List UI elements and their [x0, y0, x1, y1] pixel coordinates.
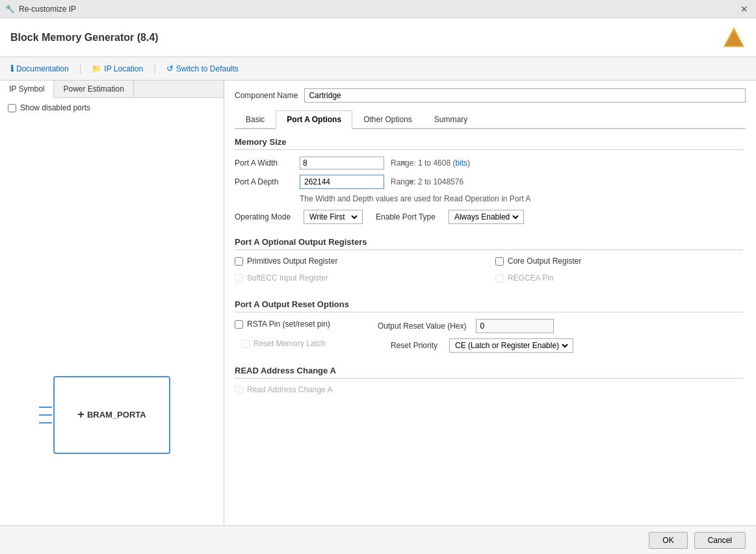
port-a-depth-label: Port A Depth [235, 177, 293, 186]
core-output-register-row: Core Output Register [495, 257, 743, 266]
ok-button[interactable]: OK [649, 532, 687, 549]
primitives-output-register-row: Primitives Output Register [235, 257, 482, 266]
title-bar-title: Re-customize IP [19, 5, 76, 14]
priority-row: Reset Memory Latch Reset Priority CE (La… [241, 338, 743, 353]
bram-plus-icon: + [77, 408, 85, 422]
tab-power-estimation[interactable]: Power Estimation [54, 81, 133, 97]
memory-size-section: Memory Size Port A Width ✕ Range: 1 to 4… [235, 137, 743, 224]
show-disabled-ports-checkbox[interactable] [8, 104, 16, 112]
port-a-width-row: Port A Width ✕ Range: 1 to 4608 (bits) [235, 157, 743, 170]
enable-port-type-label: Enable Port Type [376, 212, 436, 221]
softECC-input-register-label: SoftECC Input Register [247, 273, 328, 283]
read-address-section: READ Address Change A Read Address Chang… [235, 366, 743, 394]
reset-priority-select[interactable]: CE (Latch or Register Enable) SR (Set/Re… [452, 340, 570, 351]
tabs-bar: Basic Port A Options Other Options Summa… [235, 110, 746, 129]
main-content: IP Symbol Power Estimation Show disabled… [0, 81, 756, 525]
tab-content: Memory Size Port A Width ✕ Range: 1 to 4… [235, 137, 746, 525]
read-address-change-checkbox[interactable] [235, 386, 243, 394]
port-a-width-input[interactable] [303, 158, 400, 168]
operating-mode-row: Operating Mode Write First Read First No… [235, 210, 743, 224]
port-a-depth-input-wrap: ✕ [300, 175, 384, 189]
regceapin-label: REGCEA Pin [508, 273, 554, 283]
left-panel: IP Symbol Power Estimation Show disabled… [0, 81, 224, 525]
regceapin-checkbox[interactable] [495, 274, 504, 283]
diagram-area: + BRAM_PORTA [0, 304, 224, 525]
component-name-row: Component Name [235, 88, 746, 103]
port-a-width-label: Port A Width [235, 158, 293, 168]
tab-summary[interactable]: Summary [423, 110, 478, 129]
bram-label: + BRAM_PORTA [77, 408, 146, 422]
bram-diagram: + BRAM_PORTA [53, 376, 170, 454]
rsta-pin-row: RSTA Pin (set/reset pin) [235, 320, 365, 329]
show-disabled-ports-label[interactable]: Show disabled ports [8, 103, 216, 112]
optional-registers-checkboxes: Primitives Output Register Core Output R… [235, 257, 743, 286]
info-icon: ℹ [10, 64, 14, 73]
output-reset-value-input[interactable] [476, 319, 554, 333]
port-a-optional-title: Port A Optional Output Registers [235, 237, 743, 250]
core-output-register-checkbox[interactable] [495, 257, 504, 266]
read-address-title: READ Address Change A [235, 366, 743, 379]
reset-memory-latch-checkbox[interactable] [241, 340, 250, 348]
switch-defaults-button[interactable]: ↺ Switch to Defaults [166, 64, 239, 73]
toolbar-sep2: | [153, 64, 156, 74]
bram-port-lines [39, 407, 52, 423]
toolbar-sep1: | [79, 64, 82, 74]
reset-priority-select-wrap: CE (Latch or Register Enable) SR (Set/Re… [449, 338, 573, 353]
left-panel-tabs: IP Symbol Power Estimation [0, 81, 224, 98]
reset-memory-latch-row: Reset Memory Latch [241, 339, 371, 348]
output-reset-value-label: Output Reset Value (Hex) [378, 321, 467, 331]
read-address-change-label: Read Address Change A [247, 385, 332, 394]
folder-icon: 📁 [92, 64, 101, 73]
app-icon: 🔧 [5, 5, 15, 14]
reset-memory-latch-label: Reset Memory Latch [254, 339, 326, 348]
left-panel-body: Show disabled ports [0, 98, 224, 304]
info-text: The Width and Depth values are used for … [300, 194, 743, 203]
tab-basic[interactable]: Basic [235, 110, 276, 129]
primitives-output-register-checkbox[interactable] [235, 257, 243, 266]
port-a-depth-input[interactable] [300, 175, 406, 188]
close-button[interactable]: ✕ [738, 3, 751, 16]
port-a-width-input-wrap: ✕ [300, 157, 384, 170]
app-header: Block Memory Generator (8.4) [0, 18, 756, 57]
xilinx-logo [722, 26, 746, 49]
rsta-pin-checkbox[interactable] [235, 320, 243, 329]
right-panel: Component Name Basic Port A Options Othe… [224, 81, 756, 525]
core-output-register-label: Core Output Register [508, 257, 581, 266]
softECC-input-register-checkbox[interactable] [235, 274, 243, 283]
tab-ip-symbol[interactable]: IP Symbol [0, 81, 54, 98]
port-a-width-range: Range: 1 to 4608 (bits) [391, 158, 470, 168]
regceapin-row: REGCEA Pin [495, 273, 743, 283]
title-bar: 🔧 Re-customize IP ✕ [0, 0, 756, 18]
bits-link[interactable]: bits [455, 158, 467, 168]
component-name-label: Component Name [235, 91, 298, 100]
port-a-optional-section: Port A Optional Output Registers Primiti… [235, 237, 743, 286]
output-reset-value-wrap: Output Reset Value (Hex) [378, 319, 554, 333]
tab-port-a-options[interactable]: Port A Options [276, 110, 352, 129]
memory-size-title: Memory Size [235, 137, 743, 150]
port-a-output-reset-title: Port A Output Reset Options [235, 299, 743, 312]
ip-location-button[interactable]: 📁 IP Location [92, 64, 143, 73]
port-a-depth-range: Range: 2 to 1048576 [391, 177, 463, 186]
operating-mode-label: Operating Mode [235, 212, 291, 221]
read-address-change-row: Read Address Change A [235, 385, 743, 394]
reset-priority-label: Reset Priority [391, 341, 437, 350]
enable-port-type-select[interactable]: Always Enabled Use ENA Pin [452, 212, 521, 222]
svg-marker-1 [725, 31, 743, 45]
component-name-input[interactable] [304, 88, 746, 103]
bottom-bar: OK Cancel [0, 525, 756, 554]
enable-port-type-select-wrap: Always Enabled Use ENA Pin [449, 210, 524, 224]
primitives-output-register-label: Primitives Output Register [247, 257, 337, 266]
output-reset-row: RSTA Pin (set/reset pin) Output Reset Va… [235, 319, 743, 333]
softECC-input-register-row: SoftECC Input Register [235, 273, 482, 283]
operating-mode-select-wrap: Write First Read First No Change [304, 210, 363, 224]
port-a-depth-row: Port A Depth ✕ Range: 2 to 1048576 [235, 175, 743, 189]
cancel-button[interactable]: Cancel [694, 532, 746, 549]
rsta-pin-label: RSTA Pin (set/reset pin) [247, 320, 330, 329]
refresh-icon: ↺ [166, 64, 174, 73]
port-a-output-reset-section: Port A Output Reset Options RSTA Pin (se… [235, 299, 743, 353]
tab-other-options[interactable]: Other Options [352, 110, 423, 129]
toolbar: ℹ Documentation | 📁 IP Location | ↺ Swit… [0, 57, 756, 81]
documentation-button[interactable]: ℹ Documentation [10, 64, 69, 73]
app-title: Block Memory Generator (8.4) [10, 32, 159, 44]
operating-mode-select[interactable]: Write First Read First No Change [307, 212, 359, 222]
